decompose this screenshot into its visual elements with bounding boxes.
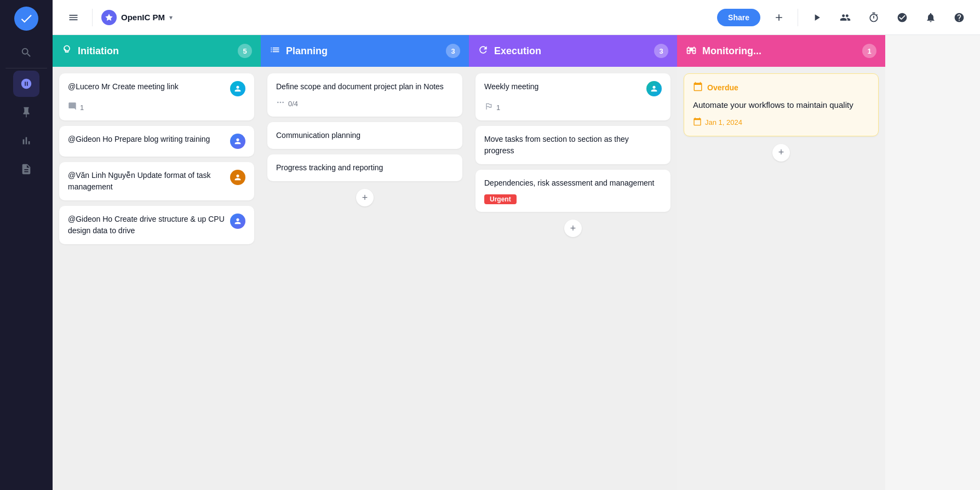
card-lucero-meeting[interactable]: @Lucero Mr Create meeting link [59, 73, 254, 120]
overdue-date-text: Jan 1, 2024 [705, 118, 742, 126]
sidebar-item-pin[interactable] [13, 99, 39, 125]
flow-icon [811, 12, 822, 23]
topbar-divider-1 [92, 9, 93, 26]
svg-point-0 [277, 102, 279, 103]
card-title: @Lucero Mr Create meeting link [68, 81, 230, 93]
card-van-linh[interactable]: @Văn Linh Nguyễn Update format of task m… [59, 162, 254, 200]
card-top: Move tasks from section to section as th… [484, 134, 662, 157]
notification-button[interactable] [921, 8, 941, 27]
column-monitoring-header: Monitoring... 1 [677, 35, 885, 67]
brand-chevron: ▾ [169, 14, 173, 21]
execution-body: Weekly meeting 1 [469, 67, 677, 490]
timer-button[interactable] [864, 8, 884, 27]
brand-icon [101, 10, 117, 25]
card-title: @Gideon Ho Create drive structure & up C… [68, 214, 230, 237]
chart-icon [20, 135, 32, 147]
card-top: @Lucero Mr Create meeting link [68, 81, 245, 96]
add-icon [773, 12, 784, 23]
comment-count: 1 [80, 103, 84, 112]
card-dependencies[interactable]: Dependencies, risk assessment and manage… [475, 170, 670, 212]
add-execution-card-button[interactable]: + [564, 220, 582, 237]
execution-badge: 3 [654, 44, 668, 58]
sidebar-item-divider [5, 68, 48, 68]
add-monitoring-card-button[interactable]: + [772, 144, 790, 162]
card-top: Define scope and document project plan i… [276, 81, 454, 93]
card-progress-tracking[interactable]: Progress tracking and reporting [267, 154, 462, 181]
flow-button[interactable] [807, 8, 827, 27]
column-monitoring: Monitoring... 1 Overdue Automate your wo… [677, 35, 885, 490]
topbar-divider-2 [798, 9, 798, 26]
sidebar-item-projects[interactable] [13, 71, 39, 97]
avatar-gideon [230, 134, 245, 149]
calendar-small-icon [693, 117, 702, 126]
search-icon [20, 47, 32, 59]
monitoring-title: Monitoring... [702, 45, 857, 57]
checkmark-icon [19, 11, 33, 26]
sidebar-item-search[interactable] [13, 39, 39, 66]
user-icon [650, 84, 658, 93]
menu-icon [68, 12, 79, 23]
card-top: @Văn Linh Nguyễn Update format of task m… [68, 170, 245, 193]
comment-icon [68, 102, 77, 113]
monitoring-body: Overdue Automate your workflows to maint… [677, 67, 885, 490]
star-icon [105, 13, 113, 22]
execution-icon [478, 44, 489, 57]
user-icon [233, 217, 242, 226]
brand-area[interactable]: OpenIC PM ▾ [101, 10, 173, 25]
team-icon [840, 12, 851, 23]
column-initiation: Initiation 5 @Lucero Mr Create meeting l… [53, 35, 261, 490]
planning-title: Planning [286, 45, 440, 57]
add-button[interactable] [769, 8, 789, 27]
card-top: @Gideon Ho Create drive structure & up C… [68, 214, 245, 237]
rocket-icon [20, 78, 32, 90]
subtask-count: 0/4 [288, 100, 298, 108]
brand-name: OpenIC PM [121, 13, 165, 22]
card-gideon-blog[interactable]: @Gideon Ho Prepare blog writing training [59, 126, 254, 157]
card-title: Weekly meeting [484, 81, 646, 93]
overdue-label: Overdue [707, 83, 738, 92]
column-initiation-header: Initiation 5 [53, 35, 261, 67]
planning-body: Define scope and document project plan i… [261, 67, 469, 490]
calendar-icon [693, 82, 703, 91]
card-title: Move tasks from section to section as th… [484, 134, 662, 157]
share-button[interactable]: Share [717, 9, 760, 26]
planning-badge: 3 [446, 44, 460, 58]
add-planning-card-button[interactable]: + [356, 189, 374, 206]
team-button[interactable] [835, 8, 855, 27]
initiation-badge: 5 [238, 44, 252, 58]
app-logo[interactable] [14, 7, 38, 31]
column-planning: Planning 3 Define scope and document pro… [261, 35, 469, 490]
overdue-date-icon [693, 117, 702, 128]
card-title: Dependencies, risk assessment and manage… [484, 177, 662, 189]
overdue-date: Jan 1, 2024 [693, 117, 869, 128]
column-execution-header: Execution 3 [469, 35, 677, 67]
user-icon [233, 173, 242, 182]
card-weekly-meeting[interactable]: Weekly meeting 1 [475, 73, 670, 120]
board: Initiation 5 @Lucero Mr Create meeting l… [53, 35, 980, 490]
card-overdue[interactable]: Overdue Automate your workflows to maint… [684, 73, 879, 136]
svg-point-1 [280, 102, 282, 103]
card-gideon-drive[interactable]: @Gideon Ho Create drive structure & up C… [59, 206, 254, 244]
menu-button[interactable] [64, 8, 83, 27]
card-define-scope[interactable]: Define scope and document project plan i… [267, 73, 462, 117]
avatar-van-linh [230, 170, 245, 185]
card-comm-planning[interactable]: Communication planning [267, 122, 462, 149]
sidebar [0, 0, 53, 490]
card-top: Dependencies, risk assessment and manage… [484, 177, 662, 189]
user-icon [233, 137, 242, 146]
help-button[interactable] [949, 8, 969, 27]
glasses-icon [686, 44, 697, 55]
card-move-tasks[interactable]: Move tasks from section to section as th… [475, 126, 670, 164]
check-button[interactable] [892, 8, 912, 27]
check-circle-icon [897, 12, 908, 23]
monitoring-badge: 1 [862, 44, 876, 58]
planning-icon [270, 44, 280, 57]
card-meta: 1 [68, 102, 245, 113]
card-top: Progress tracking and reporting [276, 162, 454, 174]
sidebar-item-docs[interactable] [13, 156, 39, 182]
card-title: Communication planning [276, 130, 454, 141]
card-top: Weekly meeting [484, 81, 662, 96]
card-subtask-meta: 1 [484, 102, 662, 113]
monitoring-icon [686, 44, 697, 57]
sidebar-item-analytics[interactable] [13, 128, 39, 154]
